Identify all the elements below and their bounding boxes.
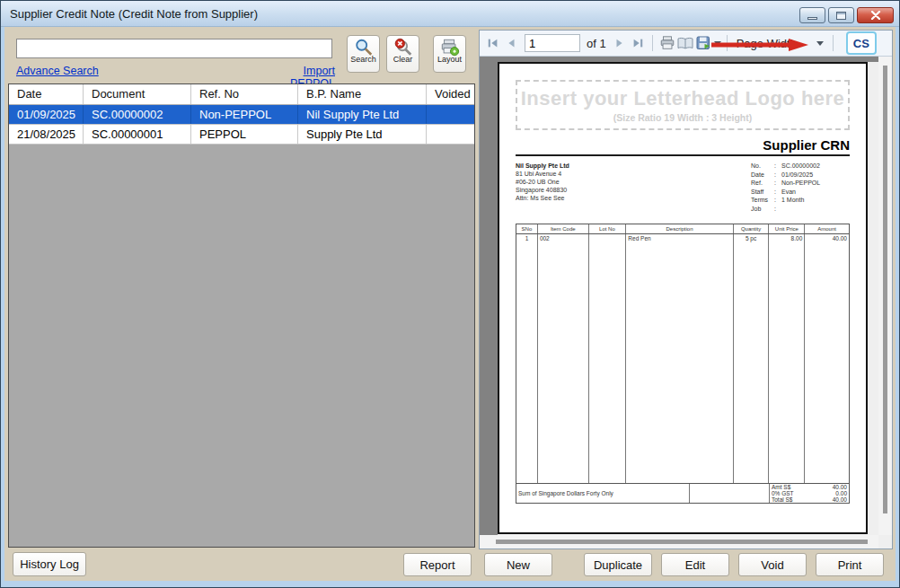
info-label: Job: [751, 205, 774, 214]
page-setup-button[interactable]: [676, 34, 694, 52]
cell-date: 01/09/2025: [9, 105, 84, 124]
print-button[interactable]: Print: [816, 553, 884, 576]
item-unitprice: 8.00: [769, 234, 805, 483]
item-sno: 1: [516, 234, 538, 483]
table-header: Date Document Ref. No B.P. Name Voided: [9, 84, 474, 105]
info-label: Ref.: [751, 179, 774, 188]
column-header-refno[interactable]: Ref. No: [191, 84, 298, 104]
clear-button-label: Clear: [393, 55, 413, 64]
supplier-attn: Attn: Ms See See: [516, 194, 569, 202]
total-value: 40.00: [833, 484, 847, 490]
total-value: 40.00: [833, 496, 847, 503]
previous-page-icon: [505, 37, 517, 49]
void-button[interactable]: Void: [738, 553, 807, 576]
previous-page-button[interactable]: [502, 34, 520, 52]
info-label: Terms: [751, 196, 774, 205]
viewport-margin: [480, 57, 498, 535]
column-header-document[interactable]: Document: [84, 84, 191, 104]
next-page-button[interactable]: [611, 34, 629, 52]
layout-button[interactable]: Layout: [433, 35, 466, 73]
edit-button[interactable]: Edit: [661, 553, 729, 576]
close-button[interactable]: [857, 7, 894, 23]
cell-document: SC.00000002: [84, 105, 191, 124]
table-row[interactable]: 21/08/2025 SC.00000001 PEPPOL Supply Pte…: [9, 125, 474, 145]
items-table-footer: Sum of Singapore Dollars Forty Only Amt …: [516, 483, 849, 503]
minimize-button[interactable]: [799, 7, 825, 23]
page-number-input[interactable]: [525, 34, 580, 52]
maximize-button[interactable]: [828, 7, 854, 23]
total-label: Total S$: [772, 496, 793, 503]
cs-button[interactable]: CS: [846, 31, 877, 55]
item-amount: 40.00: [805, 234, 849, 483]
item-quantity: 5 pc: [734, 234, 770, 483]
supplier-address-line: 81 Ubi Avenue 4: [516, 170, 569, 178]
minimize-icon: [807, 17, 817, 20]
cell-bpname: Nil Supply Pte Ltd: [298, 105, 427, 124]
cell-date: 21/08/2025: [9, 125, 84, 144]
horizontal-scrollbar-thumb[interactable]: [496, 540, 868, 544]
document-info-block: No.:SC.00000002 Date:01/09/2025 Ref.:Non…: [751, 162, 820, 213]
items-col-quantity: Quantity: [734, 224, 770, 233]
letterhead-ratio: (Size Ratio 19 Width : 3 Height): [613, 112, 753, 123]
cell-refno: PEPPOL: [191, 125, 298, 144]
clear-button[interactable]: Clear: [386, 35, 419, 73]
advance-search-link[interactable]: Advance Search: [16, 65, 99, 77]
info-label: Date: [751, 171, 774, 180]
vertical-scrollbar-thumb[interactable]: [883, 66, 887, 513]
toolbar-separator: [833, 35, 834, 51]
main-content: Advance Search Import PEPPOL Search Clea…: [4, 27, 896, 581]
window-title: Supplier Credit Note (Credit Note from S…: [10, 7, 258, 21]
horizontal-scrollbar[interactable]: [480, 535, 878, 549]
column-header-bpname[interactable]: B.P. Name: [298, 84, 427, 104]
window-controls: [799, 7, 894, 23]
info-value: SC.00000002: [781, 162, 820, 171]
column-header-date[interactable]: Date: [9, 84, 84, 104]
zoom-mode-dropdown[interactable]: Page Width: [733, 35, 827, 52]
first-page-icon: [487, 37, 499, 49]
info-value: 1 Month: [781, 196, 804, 205]
supplier-address-block: Nil Supply Pte Ltd 81 Ubi Avenue 4 #06-2…: [516, 162, 569, 202]
export-dropdown-caret-icon[interactable]: [714, 41, 721, 46]
column-header-voided[interactable]: Voided: [427, 84, 474, 104]
totals-block: Amt S$40.00 0% GST0.00 Total S$40.00: [770, 484, 849, 503]
amount-in-words: Sum of Singapore Dollars Forty Only: [516, 484, 690, 503]
print-preview-button[interactable]: [658, 34, 676, 52]
title-rule: [516, 154, 850, 156]
cell-refno: Non-PEPPOL: [191, 105, 298, 124]
items-col-lotno: Lot No: [589, 224, 627, 233]
vertical-scrollbar[interactable]: [878, 57, 892, 535]
letterhead-placeholder: Insert your Letterhead Logo here (Size R…: [516, 80, 850, 130]
duplicate-button[interactable]: Duplicate: [584, 553, 652, 576]
search-button[interactable]: Search: [347, 35, 380, 73]
info-label: No.: [751, 162, 774, 171]
preview-toolbar: of 1 Page: [480, 31, 892, 57]
total-label: 0% GST: [772, 490, 794, 496]
info-value: Evan: [781, 188, 796, 197]
items-table-header: SNo Item Code Lot No Description Quantit…: [516, 224, 849, 234]
cell-voided: [427, 105, 474, 124]
cell-document: SC.00000001: [84, 125, 191, 144]
next-page-icon: [613, 37, 626, 49]
item-lotno: [589, 234, 627, 483]
printer-icon: [659, 35, 675, 51]
last-page-button[interactable]: [629, 34, 647, 52]
item-code: 002: [538, 234, 589, 483]
supplier-name: Nil Supply Pte Ltd: [516, 162, 569, 170]
items-col-description: Description: [626, 224, 733, 233]
table-row[interactable]: 01/09/2025 SC.00000002 Non-PEPPOL Nil Su…: [9, 105, 474, 125]
items-col-unitprice: Unit Price: [769, 224, 805, 233]
preview-viewport: Insert your Letterhead Logo here (Size R…: [480, 57, 892, 549]
new-button[interactable]: New: [484, 553, 552, 576]
first-page-button[interactable]: [484, 34, 502, 52]
title-bar: Supplier Credit Note (Credit Note from S…: [1, 1, 899, 27]
book-icon: [677, 37, 693, 50]
items-col-sno: SNo: [516, 224, 538, 233]
history-log-button[interactable]: History Log: [13, 552, 86, 576]
letterhead-text: Insert your Letterhead Logo here: [521, 87, 845, 110]
export-button[interactable]: [694, 34, 712, 52]
supplier-address-line: #06-20 UB One: [516, 178, 569, 186]
toolbar-separator: [727, 35, 728, 51]
report-button[interactable]: Report: [403, 553, 472, 576]
search-input[interactable]: [16, 39, 332, 58]
document-page: Insert your Letterhead Logo here (Size R…: [498, 62, 868, 534]
